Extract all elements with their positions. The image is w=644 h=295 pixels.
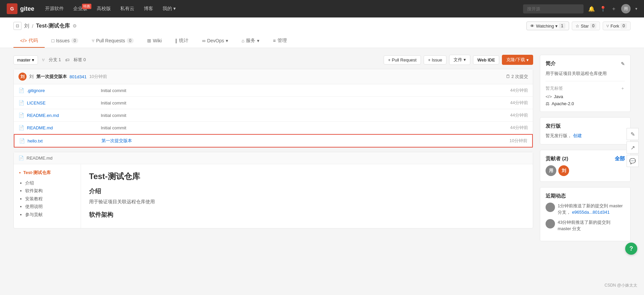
file-link-gitignore[interactable]: .gitignore (27, 88, 94, 93)
tab-pullrequests[interactable]: ⑂ Pull Requests 0 (85, 35, 140, 47)
contributor-avatar-1[interactable]: 用 (546, 165, 556, 176)
tab-stats-label: 统计 (179, 38, 188, 44)
gitee-icon: G (7, 3, 17, 14)
tab-pr-label: Pull Requests (96, 38, 125, 43)
file-icon: 📄 (18, 125, 24, 130)
file-icon: 📄 (18, 100, 24, 106)
contributor-avatar-2[interactable]: 刘 (558, 165, 569, 176)
branch-info: ⑂ 分支 1 🏷 标签 0 (42, 57, 86, 63)
avatar[interactable]: 用 (621, 4, 631, 13)
brand-logo[interactable]: G gitee (7, 3, 34, 14)
commit-info-row: 刘 刘 第一次提交版本 801d341 10分钟前 🗒 2 次提交 (14, 69, 533, 84)
fab-export-icon[interactable]: ↗ (627, 141, 639, 154)
star-button[interactable]: ☆ Star 0 (572, 22, 600, 30)
clone-dropdown-icon: ▾ (526, 57, 529, 62)
fab-chat-icon[interactable]: 💬 (627, 155, 639, 167)
watch-dropdown-icon: ▾ (555, 24, 558, 29)
nav-enterprise[interactable]: 企业版 特惠 (69, 4, 91, 14)
readme-section1-text: 用于验证项目关联远程仓库使用 (89, 198, 525, 205)
clone-button[interactable]: 克隆/下载 ▾ (502, 55, 533, 65)
enterprise-badge: 特惠 (82, 4, 91, 9)
branch-fork-icon: ⑂ (42, 57, 45, 62)
repo-title-left: ⊡ 刘 / Test-测试仓库 ⚙ (13, 22, 77, 30)
help-fab[interactable]: ? (625, 243, 637, 253)
toc-item-intro[interactable]: 介绍 (25, 179, 75, 187)
branch-selector[interactable]: master ▾ (13, 55, 38, 65)
file-time-license: 44分钟前 (501, 100, 528, 106)
repo-type-icon: ⊡ (13, 22, 22, 30)
toolbar-right: + Pull Request + Issue 文件 ▾ Web IDE 克隆/下… (384, 55, 533, 65)
avatar-dropdown-icon[interactable]: ▾ (635, 6, 637, 11)
tab-services[interactable]: ⌂ 服务 ▾ (235, 34, 266, 48)
nav-private-cloud[interactable]: 私有云 (116, 4, 138, 14)
tab-stats[interactable]: ∥ 统计 (168, 34, 195, 48)
search-input[interactable] (523, 4, 584, 13)
bell-icon[interactable]: 🔔 (588, 6, 595, 12)
commit-link-hello-txt[interactable]: 第一次提交版本 (101, 138, 132, 143)
tab-code[interactable]: </> 代码 (13, 34, 45, 48)
code-lang-icon: </> (546, 94, 552, 99)
repo-owner[interactable]: 刘 (24, 23, 29, 29)
nav-opensource[interactable]: 开源软件 (41, 4, 68, 14)
watch-button[interactable]: 👁 Watching ▾ 1 (526, 22, 569, 30)
repo-separator: / (32, 23, 33, 29)
nav-university[interactable]: 高校版 (93, 4, 115, 14)
release-text: 暂无发行版， 创建 (546, 133, 625, 139)
activity-avatar-1 (546, 203, 555, 212)
issue-button[interactable]: + Issue (424, 55, 446, 65)
commit-hash[interactable]: 801d341 (70, 74, 87, 79)
repo-sidebar: 简介 ✎ 用于验证项目关联远程仓库使用 暂无标签 ＋ </> Java ⚖ Ap… (540, 55, 631, 247)
edit-intro-icon[interactable]: ✎ (621, 61, 625, 67)
eye-icon: 👁 (530, 24, 534, 29)
file-link-hello-txt[interactable]: hello.txt (28, 138, 95, 143)
file-commit-readme: Initial commit (94, 125, 501, 130)
license-icon: ⚖ (546, 101, 550, 106)
commit-time: 10分钟前 (89, 74, 107, 80)
nav-blog[interactable]: 博客 (140, 4, 157, 14)
toc-title: • Test-测试仓库 (19, 170, 75, 176)
file-link-readme[interactable]: README.md (27, 125, 94, 130)
readme-section2-title: 软件架构 (89, 211, 525, 219)
lang-name: Java (554, 94, 563, 99)
toc-item-arch[interactable]: 软件架构 (25, 187, 75, 195)
file-time-readme: 44分钟前 (501, 125, 528, 131)
stats-icon: ∥ (175, 38, 177, 43)
file-row-readme: 📄 README.md Initial commit 44分钟前 (14, 122, 533, 134)
repo-tabs: </> 代码 □ Issues 0 ⑂ Pull Requests 0 ⊞ Wi… (13, 34, 631, 48)
nav-mine[interactable]: 我的 ▾ (159, 4, 180, 14)
file-link-readme-en[interactable]: README.en.md (27, 113, 94, 118)
devops-icon: ∞ (202, 38, 205, 43)
add-tag-icon[interactable]: ＋ (620, 85, 625, 91)
contributors-all-link[interactable]: 全部 (615, 156, 625, 162)
toc-item-contribute[interactable]: 参与贡献 (25, 211, 75, 218)
tab-issues[interactable]: □ Issues 0 (45, 35, 85, 47)
watch-count: 1 (559, 23, 565, 29)
fab-edit-icon[interactable]: ✎ (627, 128, 639, 140)
file-link-license[interactable]: LICENSE (27, 100, 94, 106)
location-icon[interactable]: 📍 (600, 6, 606, 12)
web-ide-button[interactable]: Web IDE (473, 55, 500, 65)
plus-icon[interactable]: ＋ (611, 5, 616, 12)
tab-devops-label: DevOps (207, 38, 224, 43)
file-button[interactable]: 文件 ▾ (449, 55, 470, 65)
repo-settings-icon[interactable]: ⚙ (73, 23, 77, 29)
activity-link-1[interactable]: e9655da...801d341 (572, 210, 610, 215)
tag-icon: 🏷 (65, 57, 70, 62)
branch-dropdown-icon: ▾ (32, 57, 34, 62)
release-title: 发行版 (546, 123, 625, 129)
file-time-readme-en: 44分钟前 (501, 112, 528, 118)
activity-text-1: 1分钟前推送了新的提交到 master 分支， e9655da...801d34… (558, 203, 625, 216)
readme-container: 📄 README.md • Test-测试仓库 介绍 软件架构 安装教程 使用说… (13, 152, 533, 228)
contributors-list: 用 刘 (546, 165, 625, 176)
tab-issues-label: Issues (56, 38, 70, 43)
tab-wiki[interactable]: ⊞ Wiki (140, 35, 168, 47)
fork-button[interactable]: ⑂ Fork 0 (603, 22, 631, 30)
commit-message[interactable]: 第一次提交版本 (36, 74, 67, 80)
toc-item-install[interactable]: 安装教程 (25, 195, 75, 203)
tab-devops[interactable]: ∞ DevOps ▾ (195, 35, 235, 47)
create-release-link[interactable]: 创建 (573, 133, 582, 138)
toc-item-usage[interactable]: 使用说明 (25, 203, 75, 210)
main-container: master ▾ ⑂ 分支 1 🏷 标签 0 + Pull Request + … (0, 48, 644, 253)
tab-manage[interactable]: ≡ 管理 (266, 34, 293, 48)
pull-request-button[interactable]: + Pull Request (384, 55, 421, 65)
